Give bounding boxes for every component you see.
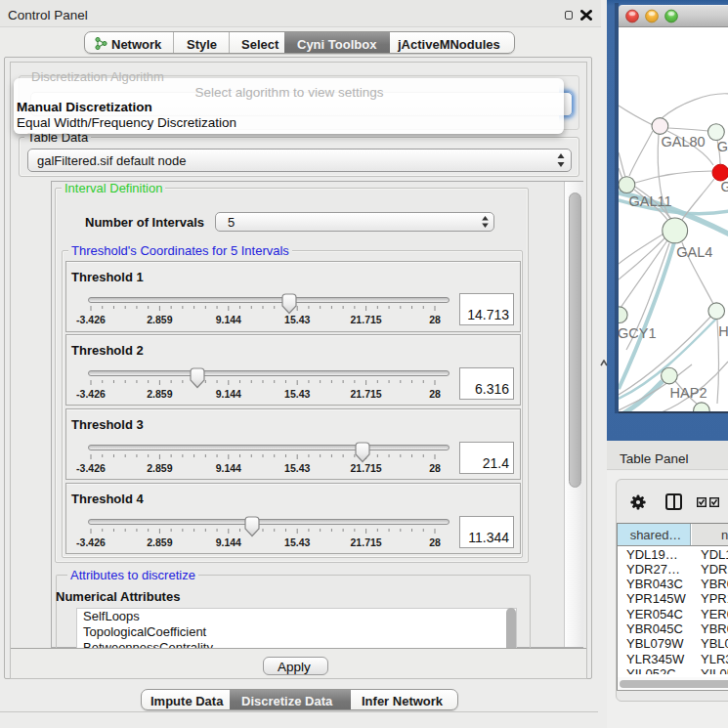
svg-text:GCY1: GCY1 (619, 325, 657, 341)
svg-text:GA: GA (717, 139, 728, 154)
svg-text:GAL11: GAL11 (629, 193, 672, 209)
svg-text:GAL4: GAL4 (676, 244, 712, 260)
svg-text:GAL80: GAL80 (662, 134, 706, 150)
svg-text:HAP2: HAP2 (670, 385, 707, 401)
svg-text:H: H (718, 323, 728, 339)
svg-text:G: G (721, 179, 728, 194)
